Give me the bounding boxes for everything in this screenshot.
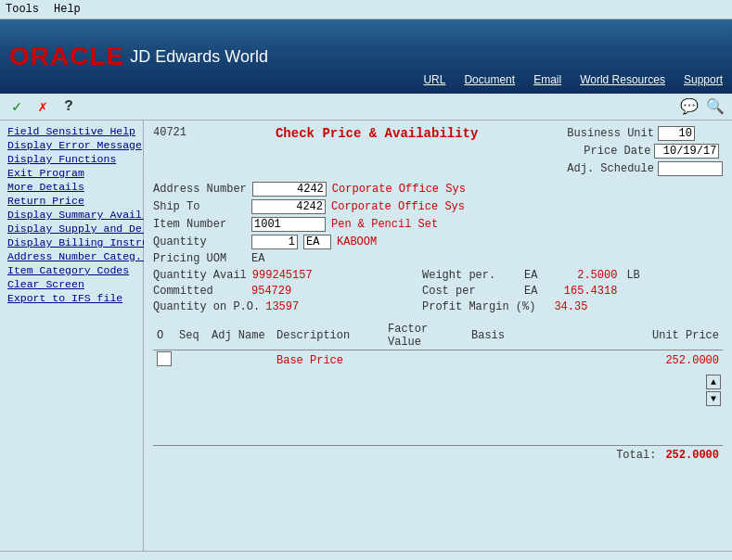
oracle-text: ORACLE (9, 42, 124, 71)
left-stats: Quantity Avail 999245157 Committed 95472… (153, 269, 404, 316)
business-unit-row: Business Unit (567, 126, 723, 141)
col-unit-price: Unit Price (542, 322, 723, 350)
adj-schedule-row: Adj. Schedule (567, 161, 723, 176)
table-area: O Seq Adj Name Description Factor Value … (153, 322, 723, 462)
cell-unit-price: 252.0000 (542, 350, 723, 372)
nav-world-resources[interactable]: World Resources (580, 73, 665, 86)
col-o: O (153, 322, 175, 350)
sidebar-item-display-supply-demand[interactable]: Display Supply and De... (6, 222, 137, 235)
col-factor-value: Factor Value (384, 322, 468, 350)
sidebar-item-more-details[interactable]: More Details (6, 180, 137, 194)
ship-to-name-value: Corporate Office Sys (331, 200, 465, 213)
scroll-up-icon[interactable]: ▲ (706, 375, 721, 389)
cost-per-label: Cost per (422, 285, 515, 298)
col-description: Description (273, 322, 384, 350)
sidebar-item-display-functions[interactable]: Display Functions (6, 152, 137, 166)
sidebar-item-return-price[interactable]: Return Price (6, 194, 137, 208)
sidebar-item-display-billing-instructions[interactable]: Display Billing Instructio... (6, 235, 137, 249)
sidebar-item-field-sensitive-help[interactable]: Field Sensitive Help (6, 124, 137, 138)
quantity-uom-input[interactable] (303, 235, 331, 249)
weight-per-label: Weight per. (422, 269, 515, 282)
address-name-value: Corporate Office Sys (332, 183, 466, 196)
check-icon[interactable]: ✓ (7, 97, 26, 116)
oracle-header: ORACLE JD Edwards World URL Document Ema… (0, 19, 732, 94)
col-seq: Seq (175, 322, 208, 350)
scroll-controls: ▲ ▼ (706, 375, 721, 406)
adj-schedule-label: Adj. Schedule (567, 162, 654, 175)
quantity-label: Quantity (153, 235, 246, 248)
right-fields: Business Unit Price Date Adj. Schedule (567, 126, 723, 176)
form-id: 40721 (153, 126, 186, 139)
quantity-input[interactable] (251, 235, 298, 249)
weight-per-row: Weight per. EA 2.5000 LB (422, 269, 723, 282)
pricing-uom-row: Pricing UOM EA (153, 252, 723, 265)
price-date-label: Price Date (567, 145, 650, 158)
chat-icon[interactable]: 💬 (680, 97, 699, 116)
search-icon[interactable]: 🔍 (706, 97, 725, 116)
close-icon[interactable]: ✗ (33, 97, 52, 116)
help-icon[interactable]: ? (59, 97, 78, 116)
qty-po-value: 13597 (265, 300, 299, 313)
cell-description-value: Base Price (276, 354, 343, 367)
profit-margin-label: Profit Margin (%) (422, 300, 535, 313)
nav-support[interactable]: Support (684, 73, 723, 86)
sidebar-item-display-summary-avail[interactable]: Display Summary Avail. (6, 208, 137, 222)
price-date-input[interactable] (654, 144, 719, 159)
sidebar-item-display-error-message[interactable]: Display Error Message (6, 138, 137, 152)
jde-text: JD Edwards World (130, 47, 268, 67)
business-unit-input[interactable] (658, 126, 695, 141)
price-date-row: Price Date (567, 144, 723, 159)
item-number-row: Item Number Pen & Pencil Set (153, 217, 723, 232)
ship-to-input[interactable] (251, 199, 326, 214)
sidebar-item-item-category-codes[interactable]: Item Category Codes (6, 263, 137, 277)
address-number-row: Address Number Corporate Office Sys (153, 182, 723, 197)
right-stats: Weight per. EA 2.5000 LB Cost per EA 165… (422, 269, 723, 316)
item-number-input[interactable] (251, 217, 326, 232)
quantity-row: Quantity KABOOM (153, 235, 723, 249)
cell-o (153, 350, 175, 372)
address-number-input[interactable] (252, 182, 327, 197)
scroll-down-icon[interactable]: ▼ (706, 391, 721, 406)
adj-schedule-input[interactable] (658, 161, 723, 176)
total-row: Total: 252.0000 (153, 449, 723, 462)
qty-po-row: Quantity on P.O. 13597 (153, 300, 404, 313)
menu-bar: Tools Help (0, 0, 732, 19)
weight-per-uom: EA (524, 269, 537, 282)
cost-per-row: Cost per EA 165.4318 (422, 285, 723, 298)
committed-row: Committed 954729 (153, 285, 404, 298)
business-unit-label: Business Unit (567, 127, 654, 140)
cell-seq (175, 350, 208, 372)
sidebar-item-address-number-category[interactable]: Address Number Categ... (6, 249, 137, 263)
sidebar-item-export-ifs[interactable]: Export to IFS file (6, 291, 137, 305)
qty-avail-row: Quantity Avail 999245157 (153, 269, 404, 282)
qty-avail-label: Quantity Avail (153, 269, 247, 282)
cell-adj-name (208, 350, 273, 372)
row-checkbox[interactable] (157, 351, 172, 366)
sidebar: Field Sensitive Help Display Error Messa… (0, 121, 144, 551)
nav-document[interactable]: Document (464, 73, 515, 86)
header-nav: URL Document Email World Resources Suppo… (423, 73, 723, 86)
address-number-label: Address Number (153, 183, 247, 196)
menu-tools[interactable]: Tools (4, 2, 41, 17)
nav-email[interactable]: Email (533, 73, 561, 86)
qty-po-label: Quantity on P.O. (153, 300, 260, 313)
toolbar-right: 💬 🔍 (680, 97, 725, 116)
col-adj-name: Adj Name (208, 322, 273, 350)
sidebar-item-exit-program[interactable]: Exit Program (6, 166, 137, 180)
nav-url[interactable]: URL (423, 73, 445, 86)
sidebar-item-clear-screen[interactable]: Clear Screen (6, 277, 137, 291)
pricing-uom-label: Pricing UOM (153, 252, 246, 265)
pricing-uom-value: EA (251, 252, 264, 265)
profit-margin-row: Profit Margin (%) 34.35 (422, 300, 723, 313)
oracle-logo: ORACLE JD Edwards World (9, 42, 268, 71)
total-label: Total: (616, 449, 656, 462)
main-layout: Field Sensitive Help Display Error Messa… (0, 121, 732, 551)
total-value: 252.0000 (665, 449, 719, 462)
cell-basis (468, 350, 542, 372)
menu-help[interactable]: Help (52, 2, 83, 17)
col-basis: Basis (468, 322, 542, 350)
cost-per-uom: EA (524, 285, 537, 298)
bottom-bar: Opt: 1=Adj Breaks 5=Audit Trail F6=Retur… (0, 551, 732, 560)
item-name-value: Pen & Pencil Set (331, 218, 438, 231)
toolbar: ✓ ✗ ? 💬 🔍 (0, 94, 732, 121)
